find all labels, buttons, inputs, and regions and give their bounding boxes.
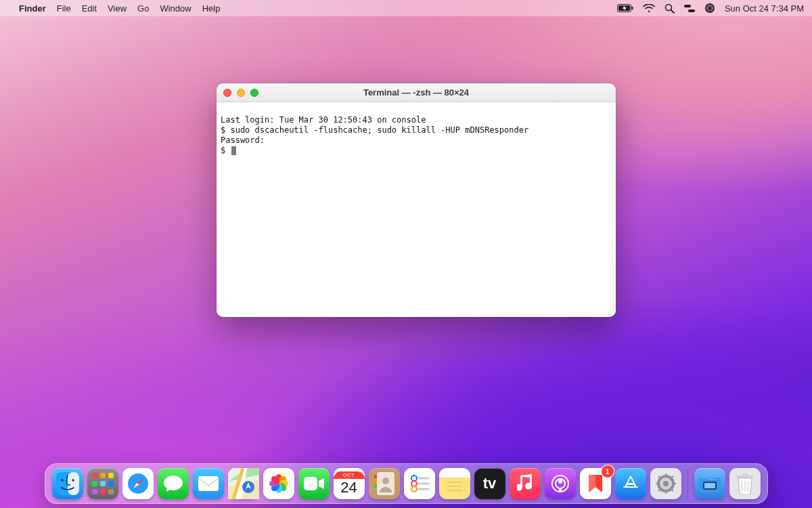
- dock-app-news[interactable]: 1: [580, 468, 611, 499]
- svg-rect-22: [304, 477, 317, 490]
- dock-region: OCT 24 tv: [0, 463, 812, 504]
- control-center-icon[interactable]: [684, 4, 695, 13]
- svg-line-49: [671, 489, 673, 491]
- svg-rect-18: [198, 476, 219, 491]
- menu-go[interactable]: Go: [137, 3, 149, 14]
- svg-rect-11: [68, 472, 79, 495]
- music-icon: [517, 474, 533, 493]
- app-menu[interactable]: Finder: [19, 3, 46, 14]
- svg-rect-6: [688, 9, 695, 12]
- svg-point-27: [382, 478, 389, 484]
- svg-point-43: [663, 481, 669, 486]
- dock-separator: [687, 469, 688, 499]
- window-zoom-button[interactable]: [250, 89, 258, 97]
- dock-app-contacts[interactable]: [369, 468, 400, 499]
- news-badge: 1: [602, 465, 614, 478]
- calendar-day-label: 24: [340, 479, 357, 496]
- dock: OCT 24 tv: [45, 463, 768, 504]
- svg-rect-24: [374, 475, 377, 478]
- terminal-line: Last login: Tue Mar 30 12:50:43 on conso…: [221, 115, 426, 125]
- menu-help[interactable]: Help: [202, 3, 221, 14]
- svg-rect-55: [704, 483, 715, 488]
- window-title: Terminal — -zsh — 80×24: [217, 87, 616, 98]
- menu-edit[interactable]: Edit: [82, 3, 97, 14]
- svg-rect-57: [742, 473, 748, 475]
- dock-app-music[interactable]: [510, 468, 541, 499]
- dock-downloads[interactable]: [694, 468, 725, 499]
- menu-window[interactable]: Window: [160, 3, 191, 14]
- settings-icon: [655, 473, 677, 494]
- appstore-icon: [621, 474, 640, 493]
- menu-file[interactable]: File: [57, 3, 71, 14]
- svg-line-50: [658, 489, 660, 491]
- safari-icon: [125, 471, 151, 496]
- dock-app-launchpad[interactable]: [87, 468, 118, 499]
- spotlight-icon[interactable]: [664, 3, 675, 14]
- dock-app-podcasts[interactable]: [545, 468, 576, 499]
- notes-icon: [445, 480, 464, 494]
- dock-app-reminders[interactable]: [404, 468, 435, 499]
- menu-view[interactable]: View: [108, 3, 127, 14]
- dock-app-safari[interactable]: [122, 468, 154, 499]
- desktop: Finder File Edit View Go Window Help: [0, 0, 812, 508]
- dock-app-tv[interactable]: tv: [474, 468, 505, 499]
- messages-icon: [163, 474, 183, 493]
- svg-rect-5: [684, 5, 691, 7]
- contacts-icon: [374, 472, 394, 495]
- dock-app-finder[interactable]: [52, 468, 83, 499]
- menu-bar: Finder File Edit View Go Window Help: [0, 0, 812, 16]
- terminal-window[interactable]: Terminal — -zsh — 80×24 Last login: Tue …: [217, 83, 616, 317]
- terminal-content[interactable]: Last login: Tue Mar 30 12:50:43 on conso…: [217, 102, 616, 317]
- photos-icon: [269, 474, 288, 493]
- reminders-icon: [409, 473, 430, 494]
- svg-point-39: [558, 480, 562, 484]
- window-titlebar[interactable]: Terminal — -zsh — 80×24: [217, 83, 616, 102]
- svg-rect-26: [374, 484, 377, 488]
- dock-app-notes[interactable]: [439, 468, 470, 499]
- svg-line-51: [671, 476, 673, 478]
- dock-app-mail[interactable]: [193, 468, 224, 499]
- window-minimize-button[interactable]: [237, 89, 245, 97]
- tv-icon: tv: [483, 475, 497, 492]
- svg-line-4: [671, 9, 674, 13]
- dock-app-maps[interactable]: [228, 468, 259, 499]
- svg-point-12: [61, 479, 63, 481]
- dock-app-calendar[interactable]: OCT 24: [334, 468, 365, 499]
- calendar-month-label: OCT: [334, 471, 365, 479]
- siri-icon[interactable]: [704, 3, 715, 14]
- svg-rect-25: [374, 480, 377, 483]
- terminal-prompt-line: $: [221, 146, 236, 155]
- dock-app-appstore[interactable]: [615, 468, 646, 499]
- menu-clock[interactable]: Sun Oct 24 7:34 PM: [725, 3, 804, 14]
- maps-icon: [228, 468, 259, 499]
- dock-app-settings[interactable]: [650, 468, 681, 499]
- svg-point-30: [411, 481, 417, 486]
- facetime-icon: [304, 477, 324, 490]
- window-close-button[interactable]: [223, 89, 231, 97]
- trash-icon: [736, 473, 754, 494]
- svg-rect-56: [737, 475, 753, 478]
- battery-charging-icon[interactable]: [617, 4, 633, 12]
- dock-app-photos[interactable]: [263, 468, 294, 499]
- svg-point-13: [72, 479, 74, 481]
- dock-app-facetime[interactable]: [298, 468, 330, 499]
- finder-icon: [56, 472, 79, 495]
- terminal-line: Password:: [221, 135, 265, 145]
- wifi-icon[interactable]: [643, 4, 655, 13]
- terminal-cursor: [231, 146, 236, 155]
- svg-rect-2: [631, 7, 633, 10]
- launchpad-icon: [92, 473, 114, 494]
- dock-trash[interactable]: [729, 468, 761, 499]
- downloads-icon: [699, 475, 721, 492]
- news-icon: [587, 473, 604, 494]
- svg-point-32: [411, 486, 417, 492]
- mail-icon: [198, 476, 219, 491]
- dock-app-messages[interactable]: [158, 468, 189, 499]
- podcasts-icon: [550, 473, 570, 494]
- scrollbar[interactable]: [610, 104, 614, 316]
- terminal-line: $ sudo dscacheutil -flushcache; sudo kil…: [221, 125, 528, 135]
- svg-point-28: [411, 475, 417, 481]
- svg-line-48: [658, 476, 660, 478]
